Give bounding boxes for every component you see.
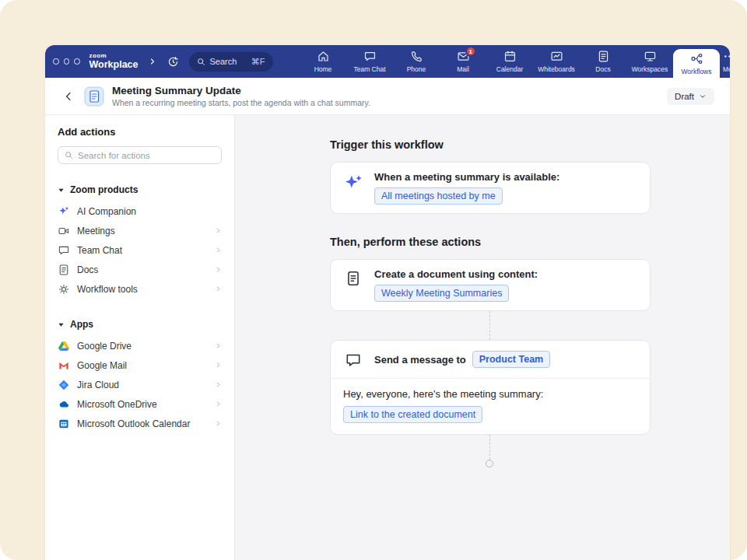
- phone-icon: [410, 50, 423, 63]
- nav-item-phone[interactable]: Phone: [393, 45, 440, 78]
- sidebar-item-label: Team Chat: [77, 245, 208, 256]
- send-message-header: Send a message to Product Team: [331, 341, 650, 379]
- nav-item-workflows[interactable]: Workflows: [673, 49, 720, 78]
- sidebar-item-label: Jira Cloud: [77, 380, 208, 390]
- workflow-header: Meeting Summary Update When a recurring …: [45, 78, 730, 115]
- nav-item-label: Home: [314, 65, 332, 73]
- message-body: Hey, everyone, here's the meeting summar…: [331, 379, 650, 434]
- chevron-right-icon: [215, 227, 222, 234]
- window-controls: [53, 58, 80, 65]
- section-header-apps[interactable]: Apps: [58, 317, 222, 331]
- document-link-chip[interactable]: Link to the created document: [343, 406, 482, 423]
- window-minimize-button[interactable]: [64, 58, 70, 65]
- sidebar-item-label: AI Companion: [77, 206, 222, 217]
- create-document-card[interactable]: Create a document using content: Weekly …: [330, 259, 651, 311]
- trigger-card[interactable]: When a meeting summary is available: All…: [330, 162, 651, 214]
- sidebar-item-label: Meetings: [77, 226, 208, 236]
- app-window: zoom Workplace Search ⌘F: [45, 45, 730, 560]
- caret-down-icon: [58, 187, 65, 194]
- window-close-button[interactable]: [53, 58, 59, 65]
- calendar-icon: [503, 50, 517, 63]
- sidebar-item-label: Workflow tools: [77, 284, 208, 295]
- draft-status-dropdown[interactable]: Draft: [667, 88, 714, 105]
- section-label: Apps: [70, 319, 93, 330]
- search-icon: [65, 151, 73, 159]
- body-row: Add actions Zoom products: [45, 115, 730, 560]
- actions-heading: Then, perform these actions: [330, 236, 651, 248]
- sidebar-item-meetings[interactable]: Meetings: [58, 221, 222, 240]
- actions-search-input[interactable]: [78, 151, 215, 160]
- ai-companion-icon: [58, 205, 70, 218]
- google-mail-icon: [58, 359, 70, 372]
- nav-item-team-chat[interactable]: Team Chat: [346, 45, 393, 78]
- nav-tabs: Home Team Chat Phone Mail 1 Calend: [300, 45, 730, 78]
- global-search[interactable]: Search ⌘F: [189, 52, 273, 72]
- nav-item-mail[interactable]: Mail 1: [440, 45, 486, 78]
- jira-cloud-icon: [58, 379, 70, 391]
- back-button[interactable]: [61, 90, 76, 103]
- sidebar-item-docs[interactable]: Docs: [58, 260, 222, 279]
- nav-item-label: Docs: [595, 65, 610, 73]
- send-message-card[interactable]: Send a message to Product Team Hey, ever…: [330, 340, 651, 435]
- chevron-right-icon: [215, 362, 222, 369]
- sidebar-item-label: Microsoft Outlook Calendar: [77, 418, 208, 429]
- actions-search[interactable]: [58, 146, 222, 164]
- sidebar-item-workflow-tools[interactable]: Workflow tools: [58, 279, 222, 299]
- message-body-text: Hey, everyone, here's the meeting summar…: [343, 388, 637, 400]
- zoom-workplace-logo: zoom Workplace: [89, 53, 139, 70]
- history-icon[interactable]: [167, 55, 180, 68]
- nav-item-label: Team Chat: [353, 65, 385, 73]
- logo-line2: Workplace: [89, 60, 139, 70]
- top-nav: zoom Workplace Search ⌘F: [45, 45, 730, 78]
- workflow-thumbnail-icon: [84, 86, 104, 107]
- workflows-icon: [690, 52, 703, 65]
- mail-badge: 1: [465, 46, 476, 57]
- search-icon: [197, 58, 205, 66]
- workflow-connector: [489, 435, 490, 460]
- sidebar-item-google-mail[interactable]: Google Mail: [58, 355, 222, 375]
- sidebar-item-team-chat[interactable]: Team Chat: [58, 240, 222, 260]
- recipient-chip[interactable]: Product Team: [472, 351, 550, 368]
- docs-icon: [58, 264, 70, 276]
- sidebar-item-microsoft-outlook-calendar[interactable]: Microsoft Outlook Calendar: [58, 414, 222, 433]
- team-chat-icon: [363, 50, 377, 63]
- sidebar-item-google-drive[interactable]: Google Drive: [58, 336, 222, 355]
- page-background: zoom Workplace Search ⌘F: [0, 0, 747, 560]
- sidebar-item-microsoft-onedrive[interactable]: Microsoft OneDrive: [58, 394, 222, 414]
- chevron-right-icon: [215, 381, 222, 388]
- outlook-calendar-icon: [58, 418, 70, 430]
- workflow-tools-icon: [58, 283, 70, 296]
- section-header-zoom-products[interactable]: Zoom products: [58, 183, 222, 197]
- window-zoom-button[interactable]: [74, 58, 80, 65]
- nav-item-home[interactable]: Home: [300, 45, 346, 78]
- nav-item-whiteboards[interactable]: Whiteboards: [533, 45, 580, 78]
- document-content-chip[interactable]: Weekly Meeting Summaries: [374, 285, 509, 302]
- workflow-end-node[interactable]: [486, 460, 493, 467]
- trigger-scope-chip[interactable]: All meetings hosted by me: [374, 187, 503, 205]
- trigger-heading: Trigger this workflow: [330, 138, 651, 151]
- workspaces-icon: [644, 50, 657, 63]
- sidebar-item-ai-companion[interactable]: AI Companion: [58, 201, 222, 221]
- nav-item-docs[interactable]: Docs: [580, 45, 626, 78]
- nav-item-more[interactable]: More: [720, 45, 730, 78]
- caret-down-icon: [58, 321, 65, 328]
- meetings-icon: [58, 225, 70, 237]
- create-document-text: Create a document using content:: [374, 268, 538, 280]
- document-icon: [343, 268, 363, 287]
- chevron-right-icon: [215, 285, 222, 292]
- nav-item-workspaces[interactable]: Workspaces: [626, 45, 673, 78]
- status-badge: Draft: [675, 92, 694, 101]
- send-message-text: Send a message to: [374, 354, 466, 366]
- chevron-right-icon[interactable]: [148, 57, 157, 66]
- chevron-right-icon: [215, 247, 222, 254]
- search-shortcut: ⌘F: [251, 57, 265, 67]
- sidebar-item-jira-cloud[interactable]: Jira Cloud: [58, 375, 222, 394]
- workflow-canvas: Trigger this workflow When a meeting sum…: [235, 115, 730, 560]
- more-icon: [723, 50, 730, 63]
- nav-item-calendar[interactable]: Calendar: [486, 45, 533, 78]
- page-subtitle: When a recurring meeting starts, post th…: [112, 98, 370, 107]
- nav-item-label: Mail: [457, 65, 469, 73]
- nav-item-label: Whiteboards: [538, 65, 575, 73]
- nav-left-cluster: zoom Workplace Search ⌘F: [53, 45, 273, 78]
- section-label: Zoom products: [70, 184, 138, 195]
